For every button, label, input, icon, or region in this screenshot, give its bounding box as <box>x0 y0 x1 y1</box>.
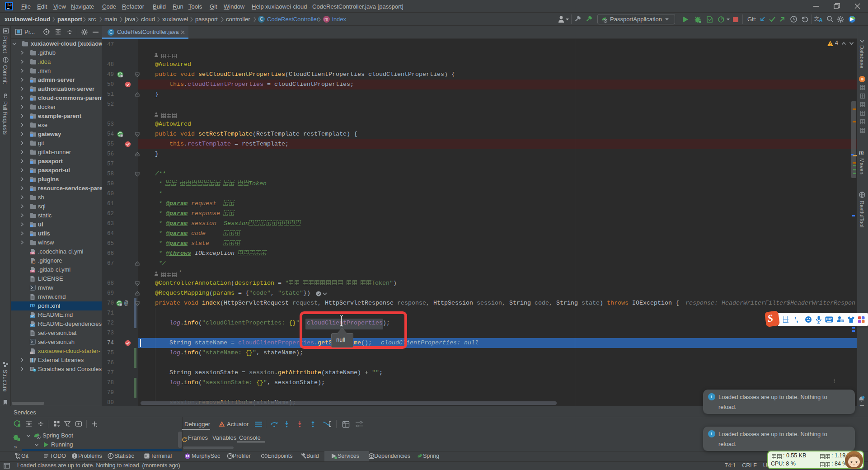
svg-text:69: 69 <box>841 320 844 322</box>
svg-text:MD: MD <box>31 324 34 327</box>
svg-text:YML: YML <box>31 270 35 273</box>
svg-text:MD: MD <box>31 315 34 318</box>
svg-text:YML: YML <box>31 252 35 254</box>
